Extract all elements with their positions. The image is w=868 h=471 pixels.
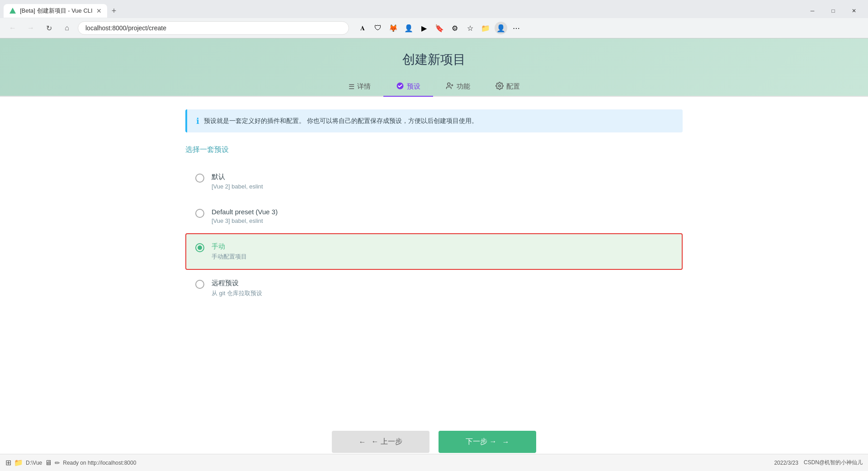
preset-item-default-vue2[interactable]: 默认 [Vue 2] babel, eslint (185, 164, 683, 199)
datetime: 2022/3/23 (774, 460, 798, 466)
people-icon (446, 82, 454, 91)
status-bar: ⊞ 📁 D:\Vue 🖥 ✏ Ready on http://localhost… (0, 454, 868, 471)
next-button[interactable]: 下一步 → → (439, 431, 536, 453)
close-button[interactable]: ✕ (844, 4, 864, 18)
bookmark-sync-icon[interactable]: 🔖 (433, 22, 446, 34)
window-controls: ─ □ ✕ (802, 4, 864, 18)
read-mode-icon[interactable]: 𝐀 (356, 22, 369, 34)
preset-info-default-vue3: Default preset (Vue 3) [Vue 3] babel, es… (212, 208, 278, 224)
prev-arrow-icon: ← (359, 438, 366, 446)
more-icon[interactable]: ⋯ (510, 22, 523, 34)
preset-name-remote: 远程预设 (212, 279, 262, 287)
preset-item-manual[interactable]: 手动 手动配置项目 (185, 233, 683, 270)
forward-button[interactable]: → (24, 21, 38, 35)
radio-manual[interactable] (195, 243, 204, 252)
page-title: 创建新项目 (0, 51, 868, 68)
url-input[interactable] (78, 21, 349, 35)
next-arrow-icon: → (502, 438, 509, 446)
preset-info-remote: 远程预设 从 git 仓库拉取预设 (212, 279, 262, 297)
tab-bar: [Beta] 创建新项目 - Vue CLI ✕ + ─ □ ✕ (0, 0, 868, 18)
address-bar: ← → ↻ ⌂ 𝐀 🛡 🦊 👤 ▶ 🔖 ⚙ ☆ 📁 👤 ⋯ (0, 18, 868, 38)
preset-desc-default-vue3: [Vue 3] babel, eslint (212, 217, 278, 224)
preset-name-default-vue3: Default preset (Vue 3) (212, 208, 278, 216)
folder-icon: 📁 (14, 458, 23, 467)
refresh-button[interactable]: ↻ (42, 21, 56, 35)
next-label: 下一步 → (466, 437, 496, 447)
preset-desc-remote: 从 git 仓库拉取预设 (212, 289, 262, 297)
browser-chrome: [Beta] 创建新项目 - Vue CLI ✕ + ─ □ ✕ ← → ↻ ⌂… (0, 0, 868, 38)
preset-name-default-vue2: 默认 (212, 173, 263, 181)
account-icon[interactable]: 👤 (495, 22, 507, 34)
taskbar-icons: ⊞ 📁 D:\Vue 🖥 ✏ Ready on http://localhost… (5, 458, 136, 467)
minimize-button[interactable]: ─ (802, 4, 823, 18)
tab-features-label: 功能 (457, 82, 470, 91)
tab-details-label: 详情 (357, 82, 371, 91)
preset-item-default-vue3[interactable]: Default preset (Vue 3) [Vue 3] babel, es… (185, 199, 683, 233)
preset-info-manual: 手动 手动配置项目 (212, 242, 247, 261)
info-text: 预设就是一套定义好的插件和配置。 你也可以将自己的配置保存成预设，方便以后创建项… (204, 116, 478, 126)
tab-details[interactable]: ☰ 详情 (336, 77, 383, 97)
radio-default-vue2[interactable] (195, 174, 204, 183)
preset-info-default-vue2: 默认 [Vue 2] babel, eslint (212, 173, 263, 190)
tab-features[interactable]: 功能 (433, 77, 483, 97)
back-button[interactable]: ← (5, 21, 20, 35)
home-button[interactable]: ⌂ (60, 21, 74, 35)
play-icon[interactable]: ▶ (418, 22, 430, 34)
collection-icon[interactable]: 📁 (479, 22, 492, 34)
info-box: ℹ 预设就是一套定义好的插件和配置。 你也可以将自己的配置保存成预设，方便以后创… (185, 109, 683, 132)
svg-point-2 (447, 83, 450, 85)
check-circle-icon (396, 82, 404, 91)
tab-title: [Beta] 创建新项目 - Vue CLI (20, 7, 93, 15)
radio-manual-inner (198, 245, 202, 250)
pencil-icon: ✏ (55, 459, 60, 466)
status-right: 2022/3/23 CSDN@机智的小神仙儿 (774, 459, 863, 466)
preset-desc-manual: 手动配置项目 (212, 253, 247, 261)
settings-icon[interactable]: ⚙ (448, 22, 461, 34)
star-icon[interactable]: ☆ (464, 22, 476, 34)
firefox-icon[interactable]: 🦊 (387, 22, 400, 34)
radio-remote[interactable] (195, 280, 204, 289)
preset-desc-default-vue2: [Vue 2] babel, eslint (212, 183, 263, 190)
tab-preset[interactable]: 预设 (383, 77, 433, 97)
windows-icon: ⊞ (5, 458, 11, 467)
svg-point-3 (498, 85, 500, 87)
new-tab-button[interactable]: + (109, 5, 119, 17)
list-icon: ☰ (349, 83, 354, 91)
vue-tab-icon (9, 7, 16, 14)
tab-config[interactable]: 配置 (483, 77, 533, 97)
ready-text: Ready on http://localhost:8000 (63, 460, 136, 466)
tab-navigation: ☰ 详情 预设 功能 配置 (0, 77, 868, 97)
preset-list: 默认 [Vue 2] babel, eslint Default preset … (185, 164, 683, 306)
tab-preset-label: 预设 (407, 82, 420, 91)
profile-icon[interactable]: 👤 (402, 22, 415, 34)
tab-config-label: 配置 (506, 82, 520, 91)
maximize-button[interactable]: □ (823, 4, 844, 18)
prev-button[interactable]: ← ← 上一步 (332, 431, 429, 453)
svg-marker-0 (9, 8, 16, 14)
main-content: ℹ 预设就是一套定义好的插件和配置。 你也可以将自己的配置保存成预设，方便以后创… (176, 97, 692, 306)
tab-close-icon[interactable]: ✕ (96, 7, 102, 14)
extension-icon[interactable]: 🛡 (372, 22, 384, 34)
gear-icon (495, 82, 504, 91)
footer-buttons: ← ← 上一步 下一步 → → (0, 431, 868, 453)
info-icon: ℹ (196, 116, 199, 126)
preset-item-remote[interactable]: 远程预设 从 git 仓库拉取预设 (185, 270, 683, 306)
section-title: 选择一套预设 (185, 145, 683, 155)
terminal-icon: 🖥 (45, 459, 52, 467)
browser-toolbar-icons: 𝐀 🛡 🦊 👤 ▶ 🔖 ⚙ ☆ 📁 👤 ⋯ (356, 22, 523, 34)
folder-label: D:\Vue (26, 460, 42, 466)
page-header: 创建新项目 ☰ 详情 预设 功能 配置 (0, 38, 868, 97)
preset-name-manual: 手动 (212, 242, 247, 251)
radio-default-vue3[interactable] (195, 209, 204, 218)
browser-tab-active[interactable]: [Beta] 创建新项目 - Vue CLI ✕ (4, 4, 107, 18)
prev-label: ← 上一步 (372, 437, 402, 447)
user-info: CSDN@机智的小神仙儿 (804, 459, 863, 466)
